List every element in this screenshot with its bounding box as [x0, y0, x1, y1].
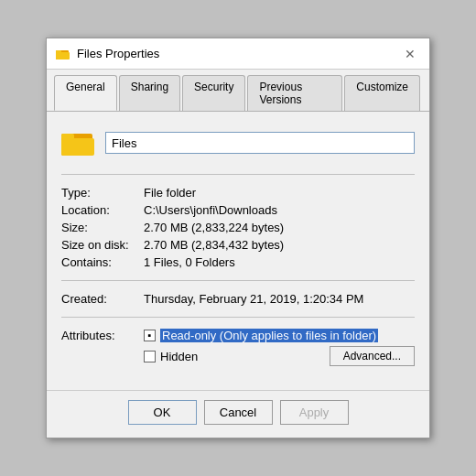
prop-label-contains: Contains:	[61, 254, 144, 271]
tab-previous-versions[interactable]: Previous Versions	[247, 75, 342, 111]
cancel-button[interactable]: Cancel	[204, 400, 273, 425]
hidden-advanced-row: Hidden Advanced...	[144, 344, 415, 368]
prop-label-location: Location:	[61, 201, 144, 219]
apply-button[interactable]: Apply	[280, 400, 349, 425]
table-row: Attributes: Read-only (Only applies to f…	[61, 327, 415, 344]
readonly-label: Read-only (Only applies to files in fold…	[160, 329, 378, 342]
svg-rect-4	[61, 138, 94, 156]
divider-3	[61, 317, 415, 318]
svg-rect-1	[56, 52, 70, 60]
created-value: Thursday, February 21, 2019, 1:20:34 PM	[144, 290, 415, 308]
table-row: Size: 2.70 MB (2,833,224 bytes)	[61, 219, 415, 236]
attributes-table: Attributes: Read-only (Only applies to f…	[61, 327, 415, 368]
table-row: Type: File folder	[61, 184, 415, 201]
table-row: Size on disk: 2.70 MB (2,834,432 bytes)	[61, 236, 415, 254]
advanced-button[interactable]: Advanced...	[330, 346, 415, 366]
table-row: Hidden Advanced...	[61, 344, 415, 368]
hidden-checkbox[interactable]	[144, 351, 156, 362]
prop-value-size: 2.70 MB (2,833,224 bytes)	[144, 219, 415, 236]
table-row: Location: C:\Users\jonfi\Downloads	[61, 201, 415, 219]
dialog-title: Files Properties	[77, 47, 159, 60]
tab-content: Type: File folder Location: C:\Users\jon…	[47, 112, 429, 383]
title-bar-left: Files Properties	[56, 47, 159, 61]
tab-general[interactable]: General	[54, 75, 117, 111]
tab-customize[interactable]: Customize	[344, 75, 420, 111]
folder-icon	[61, 126, 94, 159]
hidden-checkbox-row: Hidden	[144, 350, 198, 363]
svg-rect-2	[56, 50, 61, 53]
created-table: Created: Thursday, February 21, 2019, 1:…	[61, 290, 415, 308]
prop-value-contains: 1 Files, 0 Folders	[144, 254, 415, 271]
close-button[interactable]: ✕	[400, 44, 420, 64]
divider-2	[61, 280, 415, 281]
properties-table: Type: File folder Location: C:\Users\jon…	[61, 184, 415, 271]
prop-label-size-on-disk: Size on disk:	[61, 236, 144, 254]
title-bar: Files Properties ✕	[47, 38, 429, 70]
created-label: Created:	[61, 290, 144, 308]
readonly-checkbox-row: Read-only (Only applies to files in fold…	[144, 329, 415, 342]
tab-security[interactable]: Security	[182, 75, 245, 111]
attributes-controls: Read-only (Only applies to files in fold…	[144, 327, 415, 344]
table-row: Created: Thursday, February 21, 2019, 1:…	[61, 290, 415, 308]
tab-sharing[interactable]: Sharing	[119, 75, 180, 111]
prop-value-location: C:\Users\jonfi\Downloads	[144, 201, 415, 219]
divider-1	[61, 174, 415, 175]
tabs-container: General Sharing Security Previous Versio…	[47, 70, 429, 112]
attributes-label: Attributes:	[61, 327, 144, 344]
svg-rect-5	[61, 134, 74, 140]
readonly-checkbox[interactable]	[144, 330, 156, 341]
file-header	[61, 126, 415, 159]
hidden-label: Hidden	[160, 350, 198, 363]
ok-button[interactable]: OK	[128, 400, 197, 425]
file-name-input[interactable]	[105, 132, 415, 154]
title-icon	[56, 47, 70, 61]
table-row: Contains: 1 Files, 0 Folders	[61, 254, 415, 271]
dialog-footer: OK Cancel Apply	[47, 390, 429, 438]
prop-label-type: Type:	[61, 184, 144, 201]
prop-value-type: File folder	[144, 184, 415, 201]
hidden-label-spacer	[61, 344, 144, 368]
prop-label-size: Size:	[61, 219, 144, 236]
prop-value-size-on-disk: 2.70 MB (2,834,432 bytes)	[144, 236, 415, 254]
files-properties-dialog: Files Properties ✕ General Sharing Secur…	[46, 38, 430, 438]
